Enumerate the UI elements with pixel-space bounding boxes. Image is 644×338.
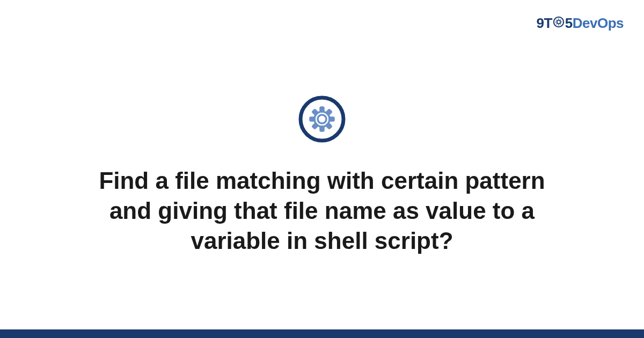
footer-bar (0, 329, 644, 338)
page-title: Find a file matching with certain patter… (75, 166, 569, 256)
main-content: Find a file matching with certain patter… (0, 0, 644, 329)
svg-point-2 (301, 98, 343, 141)
svg-point-12 (314, 112, 330, 127)
gear-icon (298, 95, 346, 145)
svg-point-3 (318, 115, 326, 123)
